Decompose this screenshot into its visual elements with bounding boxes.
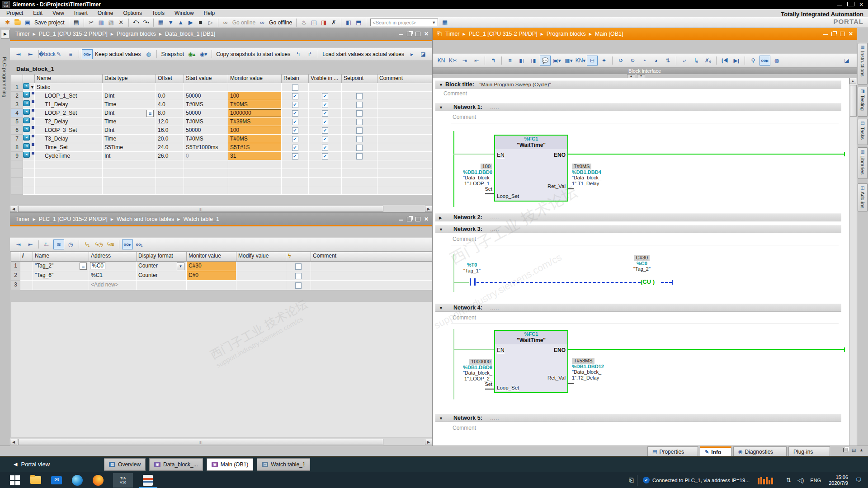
insert-network-icon[interactable]: KN — [436, 56, 447, 66]
scroll-right-icon[interactable]: ▶ — [425, 206, 432, 212]
network-2-band[interactable]: ▶ Network 2: ..... — [435, 213, 841, 221]
search-dropdown-icon[interactable]: ▼ — [432, 20, 436, 25]
table-row[interactable]: 3 ◄ T1_Delay Time 4.0 T#0MS T#0MS ✔ ✔ — [11, 100, 432, 109]
menu-online[interactable]: Online — [98, 10, 113, 16]
go-to-device-icon[interactable]: ⚲ — [748, 56, 759, 66]
var-monitor[interactable]: T#39MS — [228, 117, 282, 126]
watch-horizontal-scrollbar[interactable]: ◀ ||| ▶ — [10, 438, 432, 446]
visible-checkbox[interactable]: ✔ — [309, 109, 342, 117]
disable-eno-icon[interactable]: ↺ — [615, 56, 626, 66]
row-number[interactable]: 1 — [11, 262, 20, 271]
maximize-panel-icon[interactable] — [840, 32, 845, 36]
retain-checkbox[interactable]: ✔ — [282, 100, 309, 109]
clock[interactable]: 15:06 2020/7/9 — [829, 474, 848, 486]
var-name[interactable]: LOOP_3_Set — [35, 126, 103, 135]
scroll-left-icon[interactable]: ◀ — [10, 439, 17, 445]
monitor-once-icon[interactable]: ◷ — [65, 239, 76, 249]
go-online-icon[interactable]: ∞ — [221, 18, 230, 27]
redo-icon[interactable]: ↷▾ — [142, 18, 151, 27]
col-info[interactable]: i — [20, 252, 33, 262]
insert-row-icon[interactable]: ⇥ — [13, 239, 24, 249]
var-monitor[interactable]: 31 — [228, 152, 282, 160]
menu-view[interactable]: View — [52, 10, 64, 16]
menu-options[interactable]: Options — [123, 10, 142, 16]
col-address[interactable]: Address — [89, 252, 137, 262]
tab-main-ob1[interactable]: ▣ Main (OB1) — [207, 458, 253, 471]
menu-tools[interactable]: Tools — [152, 10, 165, 16]
modify-checkbox[interactable] — [286, 281, 311, 290]
table-row[interactable]: 3 <Add new> — [11, 281, 432, 290]
crumb-plc[interactable]: PLC_1 [CPU 315-2 PN/DP] — [469, 31, 538, 37]
table-row[interactable]: 6 ◄ LOOP_3_Set DInt 16.0 50000 100 ✔ ✔ — [11, 126, 432, 135]
comments-toggle-icon[interactable]: 💬 — [540, 56, 551, 66]
var-type[interactable]: DInt — [103, 92, 156, 100]
var-start[interactable]: S5T#1000ms — [184, 143, 228, 152]
file-explorer-icon[interactable] — [30, 474, 42, 486]
crumb-main-ob1[interactable]: Main [OB1] — [595, 31, 623, 37]
var-monitor[interactable]: T#0MS — [228, 135, 282, 143]
crumb-plc[interactable]: PLC_1 [CPU 315-2 PN/DP] — [39, 31, 108, 37]
network-4-band[interactable]: ▼ Network 4: ..... — [435, 304, 841, 312]
col-comment[interactable]: Comment — [377, 74, 432, 83]
var-type[interactable]: DInt — [103, 126, 156, 135]
monitor-value[interactable] — [187, 281, 236, 290]
monitor-value[interactable]: C#0 — [187, 271, 236, 281]
var-type[interactable]: Time — [103, 100, 156, 109]
copy-icon[interactable]: ▥ — [97, 18, 106, 27]
contact-icon[interactable] — [470, 278, 471, 286]
keep-layout-icon[interactable]: ◍ — [771, 56, 782, 66]
network-title-placeholder[interactable]: ..... — [490, 226, 499, 232]
monitor-all-icon[interactable]: oo▸ — [122, 239, 133, 249]
scroll-thumb[interactable]: ||| — [18, 206, 383, 212]
paste-icon[interactable]: ▧ — [107, 18, 116, 27]
comment-cell[interactable] — [377, 109, 432, 117]
scroll-right-icon[interactable]: ▶ — [425, 439, 432, 445]
scroll-thumb[interactable]: ||| — [18, 439, 383, 445]
table-row[interactable]: 1 "Tag_2"≣ %C0 Counter▼ C#30 — [11, 262, 432, 271]
row-number[interactable]: 5 — [11, 117, 23, 126]
save-project-icon[interactable]: ▣ — [23, 18, 32, 27]
cut-icon[interactable]: ✂ — [87, 18, 96, 27]
block-title-band[interactable]: ▼ Block title: "Main Program Sweep (Cycl… — [435, 80, 841, 89]
show-symbolic-operands-icon[interactable]: ▩▾ — [563, 56, 574, 66]
var-monitor[interactable]: S5T#1S — [228, 143, 282, 152]
project-library-icon[interactable]: ▦ — [440, 18, 449, 27]
comment-cell[interactable] — [311, 281, 432, 290]
scroll-left-icon[interactable]: ◀ — [10, 206, 17, 212]
var-name[interactable]: LOOP_1_Set — [35, 92, 103, 100]
col-monitor-value[interactable]: Monitor value — [228, 74, 282, 83]
menu-edit[interactable]: Edit — [33, 10, 42, 16]
menu-insert[interactable]: Insert — [74, 10, 88, 16]
comment-cell[interactable] — [311, 271, 432, 281]
snapshot-down-icon[interactable]: ◉▾ — [198, 49, 209, 59]
comment-cell[interactable] — [377, 83, 432, 92]
copy-snapshots-button[interactable]: Copy snapshots to start values — [216, 51, 290, 57]
visible-checkbox[interactable]: ✔ — [309, 92, 342, 100]
col-name[interactable]: Name — [33, 252, 89, 262]
var-type[interactable] — [103, 83, 156, 92]
print-icon[interactable]: ▤ — [72, 18, 81, 27]
interface-splitter[interactable]: ▲ ▼ — [433, 74, 857, 78]
block-comment[interactable]: Comment — [443, 90, 467, 97]
comment-cell[interactable] — [377, 117, 432, 126]
col-modify-value[interactable]: Modify value — [236, 252, 286, 262]
var-type[interactable]: Time — [103, 135, 156, 143]
download-to-device-icon[interactable]: ▼ — [166, 18, 175, 27]
var-name[interactable]: T2_Delay — [35, 117, 103, 126]
row-number[interactable]: 8 — [11, 143, 23, 152]
tab-diagnostics[interactable]: ◉ Diagnostics — [733, 446, 787, 456]
counter-coil[interactable]: (CU ) — [641, 278, 655, 285]
download-block-icon[interactable]: ◔ — [639, 56, 650, 66]
var-name[interactable]: Time_Set — [35, 143, 103, 152]
crumb-program-blocks[interactable]: Program blocks — [547, 31, 586, 37]
update-interface-icon[interactable]: ✎ — [53, 49, 64, 59]
pin-eno[interactable]: ENO — [554, 347, 566, 353]
language-indicator[interactable]: ENG — [810, 478, 821, 483]
setpoint-checkbox[interactable] — [342, 117, 377, 126]
previous-error-icon[interactable]: ⦗◀ — [719, 56, 730, 66]
setpoint-checkbox[interactable] — [342, 126, 377, 135]
tab-overview[interactable]: ▦ Overview — [104, 458, 146, 471]
var-name[interactable]: LOOP_2_Set — [35, 109, 103, 117]
retain-checkbox[interactable]: ✔ — [282, 109, 309, 117]
contact-operand[interactable]: %T0 "Tag_1" — [456, 262, 488, 273]
